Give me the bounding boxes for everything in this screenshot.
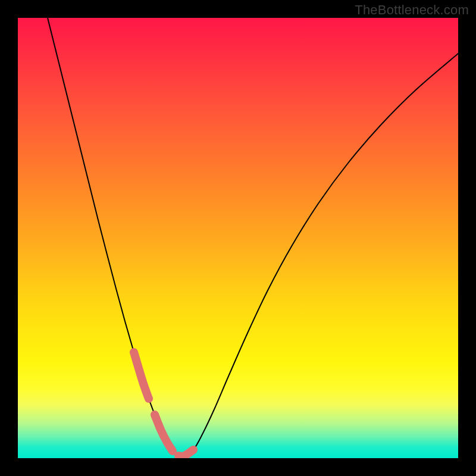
chart-plot-area	[18, 18, 458, 458]
chart-svg	[18, 18, 458, 458]
curve-highlight-segment	[134, 352, 149, 399]
curve-highlight-segment	[155, 415, 173, 451]
bottleneck-curve	[48, 18, 458, 456]
curve-highlight-segment	[178, 450, 193, 456]
chart-frame: TheBottleneck.com	[0, 0, 476, 476]
curve-highlight	[134, 352, 193, 456]
watermark-text: TheBottleneck.com	[355, 2, 469, 18]
